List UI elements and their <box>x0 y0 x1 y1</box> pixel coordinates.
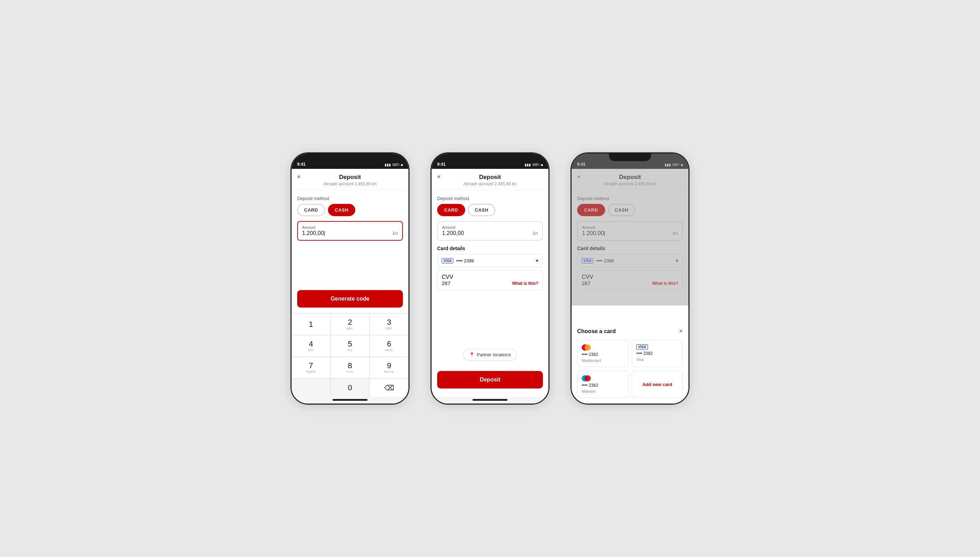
battery-icon-3: ■ <box>681 163 683 167</box>
chevron-down-icon-2: ▾ <box>536 258 538 264</box>
amount-label-3: Amount <box>582 225 678 230</box>
amount-currency-1: kn <box>393 231 398 236</box>
cvv-row-2: 287 What is this? <box>442 280 538 286</box>
key-num-5: 5 <box>348 340 352 348</box>
toggle-group-2: CARD CASH <box>437 204 543 216</box>
key-3[interactable]: 3 DEF <box>370 314 409 335</box>
key-letters-6: MNO <box>385 349 393 352</box>
generate-code-button[interactable]: Generate code <box>297 290 403 308</box>
phone-3: 9:41 ▮▮▮ WiFi ■ × Deposit Aircash accoun… <box>571 152 690 405</box>
card-option-maestro[interactable]: •••• 2382 Maestro <box>577 371 628 398</box>
close-button-2[interactable]: × <box>437 174 440 180</box>
key-5[interactable]: 5 JKL <box>331 335 370 357</box>
close-button-3[interactable]: × <box>577 174 580 180</box>
key-num-8: 8 <box>348 362 352 370</box>
partner-locations-2: 📍 Partner locations <box>437 346 543 363</box>
key-1[interactable]: 1 <box>292 314 330 335</box>
deposit-method-label-1: Deposit method <box>297 196 403 201</box>
delete-icon: ⌫ <box>384 384 394 392</box>
status-time-2: 9:41 <box>437 162 446 167</box>
home-bar-2 <box>472 399 508 401</box>
cvv-row-3: 287 What is this? <box>582 280 678 286</box>
header-subtitle-3: Aircash account 2.455,80 kn <box>577 181 683 186</box>
cvv-field-3[interactable]: CVV 287 What is this? <box>577 270 683 290</box>
pin-icon-2: 📍 <box>469 352 475 357</box>
phone-screen-2: 9:41 ▮▮▮ WiFi ■ × Deposit Aircash accoun… <box>432 153 548 404</box>
amount-row-1: 1.200,00| kn <box>302 230 398 236</box>
key-4[interactable]: 4 GHI <box>292 335 330 357</box>
amount-label-2: Amount <box>442 225 538 230</box>
cash-toggle-2[interactable]: CASH <box>468 204 496 216</box>
card-option-visa[interactable]: VISA •••• 2382 Visa <box>632 340 683 367</box>
status-icons-1: ▮▮▮ WiFi ■ <box>385 163 403 167</box>
cash-toggle-3[interactable]: CASH <box>608 204 636 216</box>
key-num-6: 6 <box>387 340 391 348</box>
key-8[interactable]: 8 TUV <box>331 357 370 378</box>
add-card-option[interactable]: Add new card <box>632 371 683 398</box>
header-title-2: Deposit <box>437 174 543 181</box>
mae-right-circle <box>584 375 591 381</box>
visa-logo-sheet: VISA <box>636 344 648 350</box>
status-icons-3: ▮▮▮ WiFi ■ <box>665 163 683 167</box>
card-toggle-2[interactable]: CARD <box>437 204 465 216</box>
status-icons-2: ▮▮▮ WiFi ■ <box>525 163 543 167</box>
phones-container: 9:41 ▮▮▮ WiFi ■ × Deposit Aircash accoun… <box>290 152 690 405</box>
amount-field-3[interactable]: Amount 1.200,00| kn <box>577 221 683 241</box>
amount-currency-2: kn <box>533 231 538 236</box>
key-num-7: 7 <box>309 362 313 370</box>
status-time-1: 9:41 <box>297 162 305 167</box>
header-title-3: Deposit <box>577 174 683 181</box>
key-delete[interactable]: ⌫ <box>370 379 409 397</box>
partner-locations-label-2: Partner locations <box>477 352 511 357</box>
phone-notch-2 <box>469 153 511 161</box>
key-6[interactable]: 6 MNO <box>370 335 409 357</box>
card-details-label-2: Card details <box>437 246 543 251</box>
phone-screen-3: 9:41 ▮▮▮ WiFi ■ × Deposit Aircash accoun… <box>571 153 688 404</box>
visa-label: Visa <box>636 357 644 362</box>
cvv-field-2[interactable]: CVV 287 What is this? <box>437 270 543 290</box>
close-button-1[interactable]: × <box>297 174 300 180</box>
phone-notch-1 <box>329 153 371 161</box>
card-option-mastercard[interactable]: •••• 2382 Mastercard <box>577 340 628 367</box>
maestro-logo <box>582 375 592 381</box>
card-dropdown-3[interactable]: VISA •••• 2398 ▾ <box>577 254 683 267</box>
key-9[interactable]: 9 WXYZ <box>370 357 409 378</box>
signal-icon-3: ▮▮▮ <box>665 163 671 167</box>
key-letters-4: GHI <box>308 349 314 352</box>
keypad-1: 1 2 ABC 3 DEF 4 GHI 5 <box>292 313 409 397</box>
maestro-label: Maestro <box>582 389 596 393</box>
amount-field-1[interactable]: Amount 1.200,00| kn <box>297 221 403 241</box>
key-letters-5: JKL <box>347 349 353 352</box>
mc-right-circle <box>584 344 591 351</box>
add-card-label: Add new card <box>642 382 672 387</box>
visa-logo-2: VISA <box>442 258 453 264</box>
key-letters-3: DEF <box>386 327 393 330</box>
what-is-this-3[interactable]: What is this? <box>652 281 678 286</box>
wifi-icon-2: WiFi <box>532 163 539 167</box>
sheet-close-button[interactable]: × <box>679 327 683 335</box>
amount-value-1: 1.200,00| <box>302 230 325 236</box>
key-7[interactable]: 7 PQRS <box>292 357 330 378</box>
status-time-3: 9:41 <box>577 162 586 167</box>
cvv-value-2: 287 <box>442 280 451 286</box>
cash-toggle-1[interactable]: CASH <box>328 204 355 216</box>
battery-icon-2: ■ <box>541 163 543 167</box>
phone-screen-1: 9:41 ▮▮▮ WiFi ■ × Deposit Aircash accoun… <box>292 153 409 404</box>
card-details-section-2: Card details VISA •••• 2398 ▾ CVV 287 <box>437 246 543 290</box>
cvv-value-3: 287 <box>582 280 591 286</box>
app-header-3: × Deposit Aircash account 2.455,80 kn <box>571 169 688 190</box>
deposit-method-section-2: Deposit method CARD CASH <box>437 196 543 216</box>
amount-field-2[interactable]: Amount 1.200,00 kn <box>437 221 543 241</box>
deposit-button-2[interactable]: Deposit <box>437 371 543 389</box>
app-body-2: Deposit method CARD CASH Amount 1.200,00… <box>432 190 548 397</box>
card-toggle-3[interactable]: CARD <box>577 204 605 216</box>
what-is-this-2[interactable]: What is this? <box>512 281 538 286</box>
card-dropdown-2[interactable]: VISA •••• 2398 ▾ <box>437 254 543 267</box>
card-left-2: VISA •••• 2398 <box>442 258 474 264</box>
key-0[interactable]: 0 <box>331 379 370 397</box>
header-subtitle-1: Aircash account 2.455,80 kn <box>297 181 403 186</box>
amount-value-2: 1.200,00 <box>442 230 464 236</box>
card-toggle-1[interactable]: CARD <box>297 204 325 216</box>
key-2[interactable]: 2 ABC <box>331 314 370 335</box>
partner-locations-button-2[interactable]: 📍 Partner locations <box>463 349 517 360</box>
